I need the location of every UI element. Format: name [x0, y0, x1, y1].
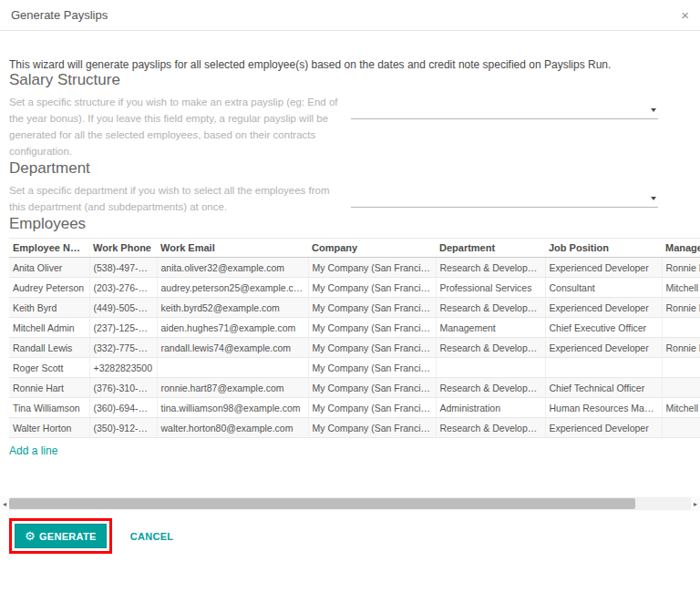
cell-work-email[interactable]: aiden.hughes71@example.com	[157, 318, 308, 338]
table-row: Randall Lewis (332)-775-66... randall.le…	[9, 338, 700, 358]
col-header-work-phone: Work Phone	[89, 239, 157, 258]
employees-table-wrap: Employee Name Work Phone Work Email Comp…	[9, 238, 700, 438]
cell-work-email[interactable]	[157, 358, 308, 378]
table-row: Keith Byrd (449)-505-51... keith.byrd52@…	[9, 298, 700, 318]
cell-company[interactable]: My Company (San Francisco)	[308, 338, 436, 358]
cell-work-phone[interactable]: (360)-694-72...	[89, 398, 157, 418]
cell-employee-name[interactable]: Randall Lewis	[9, 338, 89, 358]
dialog-footer: ⚙ GENERATE CANCEL	[9, 518, 691, 554]
cell-employee-name[interactable]: Keith Byrd	[9, 298, 89, 318]
cell-work-phone[interactable]: (376)-310-78...	[89, 378, 157, 398]
department-help: Set a specific department if you wish to…	[9, 182, 345, 215]
cell-company[interactable]: My Company (San Francisco)	[308, 378, 436, 398]
page-title: Generate Payslips	[11, 8, 108, 22]
salary-structure-select[interactable]	[351, 101, 658, 119]
generate-button[interactable]: ⚙ GENERATE	[15, 524, 107, 548]
cell-work-phone[interactable]: (203)-276-79...	[89, 278, 157, 298]
cell-employee-name[interactable]: Ronnie Hart	[9, 378, 89, 398]
cell-employee-name[interactable]: Walter Horton	[9, 418, 89, 438]
scroll-right-arrow-icon[interactable]: ▸	[691, 500, 700, 508]
employees-heading: Employees	[9, 215, 691, 233]
cell-job-position[interactable]: Experienced Developer	[545, 258, 662, 278]
col-header-job-position: Job Position	[545, 239, 662, 258]
cell-manager[interactable]	[662, 378, 700, 398]
cell-department[interactable]: Professional Services	[436, 278, 545, 298]
table-row: Mitchell Admin (237)-125-23... aiden.hug…	[9, 318, 700, 338]
cell-manager[interactable]	[662, 418, 700, 438]
cell-department[interactable]: Management	[436, 318, 545, 338]
cell-manager[interactable]: Ronnie Hart	[662, 258, 700, 278]
cell-department[interactable]: Administration	[436, 398, 545, 418]
cell-work-email[interactable]: audrey.peterson25@example.com	[157, 278, 308, 298]
col-header-company: Company	[308, 239, 436, 258]
department-select[interactable]	[351, 189, 658, 208]
scrollbar-thumb[interactable]	[9, 498, 635, 509]
cell-company[interactable]: My Company (San Francisco)	[308, 298, 436, 318]
cancel-button[interactable]: CANCEL	[125, 530, 180, 543]
cell-company[interactable]: My Company (San Francisco)	[308, 358, 436, 378]
cell-employee-name[interactable]: Roger Scott	[9, 358, 89, 378]
department-heading: Department	[9, 159, 691, 178]
cell-employee-name[interactable]: Mitchell Admin	[9, 318, 89, 338]
cell-work-phone[interactable]: (350)-912-12...	[89, 418, 157, 438]
table-row: Walter Horton (350)-912-12... walter.hor…	[9, 418, 700, 438]
cell-job-position[interactable]: Experienced Developer	[545, 418, 662, 438]
table-header-row: Employee Name Work Phone Work Email Comp…	[9, 239, 700, 258]
employees-table: Employee Name Work Phone Work Email Comp…	[9, 238, 700, 438]
cell-employee-name[interactable]: Anita Oliver	[9, 258, 89, 278]
cell-manager[interactable]: Ronnie Hart	[662, 298, 700, 318]
cell-company[interactable]: My Company (San Francisco)	[308, 258, 436, 278]
cell-work-email[interactable]: keith.byrd52@example.com	[157, 298, 308, 318]
cell-work-email[interactable]: anita.oliver32@example.com	[157, 258, 308, 278]
close-icon[interactable]: ×	[681, 8, 689, 22]
annotation-highlight-box: ⚙ GENERATE	[9, 518, 112, 554]
dialog-header: Generate Payslips ×	[0, 0, 700, 31]
cell-work-phone[interactable]: (332)-775-66...	[89, 338, 157, 358]
cell-work-phone[interactable]: (449)-505-51...	[89, 298, 157, 318]
cell-manager[interactable]	[662, 358, 700, 378]
cell-company[interactable]: My Company (San Francisco)	[308, 398, 436, 418]
cell-job-position[interactable]: Chief Technical Officer	[545, 378, 662, 398]
cell-job-position[interactable]	[545, 358, 662, 378]
dialog-body: This wizard will generate payslips for a…	[0, 58, 700, 554]
generate-button-label: GENERATE	[39, 531, 97, 542]
cell-work-phone[interactable]: (237)-125-23...	[89, 318, 157, 338]
cell-department[interactable]: Research & Development	[436, 378, 545, 398]
cell-work-phone[interactable]: (538)-497-48...	[89, 258, 157, 278]
table-row: Anita Oliver (538)-497-48... anita.olive…	[9, 258, 700, 278]
cell-company[interactable]: My Company (San Francisco)	[308, 418, 436, 438]
cell-department[interactable]: Research & Development	[436, 298, 545, 318]
table-row: Tina Williamson (360)-694-72... tina.wil…	[9, 398, 700, 418]
scrollbar-track[interactable]	[9, 497, 691, 510]
cell-manager[interactable]: Ronnie Hart	[662, 338, 700, 358]
cell-work-email[interactable]: tina.williamson98@example.com	[157, 398, 308, 418]
cell-work-email[interactable]: randall.lewis74@example.com	[157, 338, 308, 358]
cell-manager[interactable]	[662, 318, 700, 338]
cell-job-position[interactable]: Consultant	[545, 278, 662, 298]
cell-department[interactable]: Research & Development	[436, 258, 545, 278]
table-row: Roger Scott +3282823500 My Company (San …	[9, 358, 700, 378]
cell-job-position[interactable]: Chief Executive Officer	[545, 318, 662, 338]
cell-work-email[interactable]: walter.horton80@example.com	[157, 418, 308, 438]
cell-employee-name[interactable]: Tina Williamson	[9, 398, 89, 418]
cell-job-position[interactable]: Experienced Developer	[545, 338, 662, 358]
cell-company[interactable]: My Company (San Francisco)	[308, 318, 436, 338]
cell-job-position[interactable]: Human Resources Manager	[545, 398, 662, 418]
add-a-line-link[interactable]: Add a line	[9, 444, 57, 457]
cell-department[interactable]: Research & Development	[436, 338, 545, 358]
cell-manager[interactable]: Mitchell Admin	[662, 278, 700, 298]
cell-employee-name[interactable]: Audrey Peterson	[9, 278, 89, 298]
cell-job-position[interactable]: Experienced Developer	[545, 298, 662, 318]
col-header-work-email: Work Email	[157, 239, 308, 258]
cell-work-email[interactable]: ronnie.hart87@example.com	[157, 378, 308, 398]
cell-department[interactable]: Research & Development	[436, 418, 545, 438]
cell-company[interactable]: My Company (San Francisco)	[308, 278, 436, 298]
cell-work-phone[interactable]: +3282823500	[89, 358, 157, 378]
department-row: Set a specific department if you wish to…	[9, 182, 691, 215]
cell-manager[interactable]: Mitchell Admin	[662, 398, 700, 418]
chevron-down-icon	[651, 108, 656, 112]
horizontal-scrollbar[interactable]: ◂ ▸	[0, 496, 700, 511]
cell-department[interactable]	[436, 358, 545, 378]
scroll-left-arrow-icon[interactable]: ◂	[0, 500, 9, 508]
wizard-description: This wizard will generate payslips for a…	[9, 58, 691, 71]
